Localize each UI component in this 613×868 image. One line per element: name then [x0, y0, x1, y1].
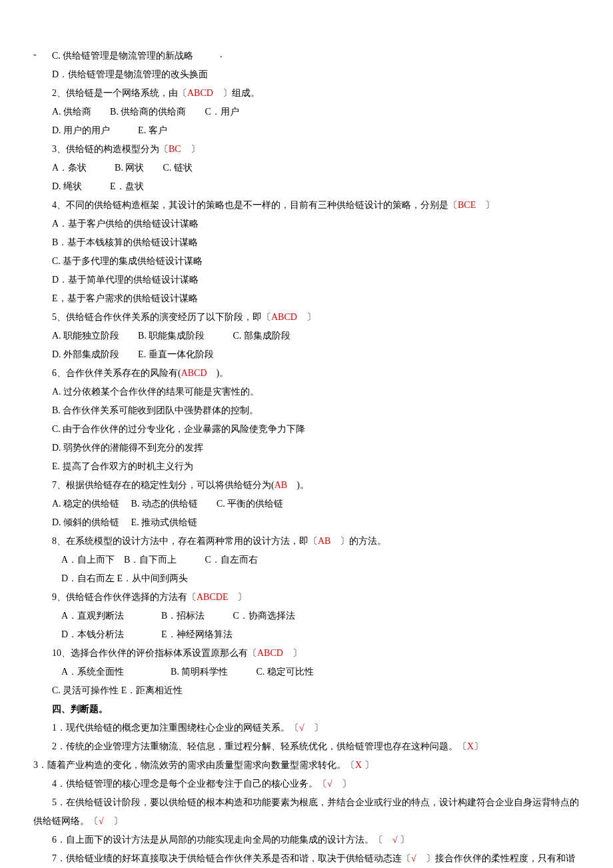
- line-13: E，基于客户需求的供给链设计谋略: [33, 289, 580, 308]
- body-text: )。: [287, 480, 309, 490]
- line-30: A．直观判断法 B．招标法 C．协商选择法: [33, 607, 580, 625]
- body-text: 2．传统的企业管理方法重物流、轻信息，重过程分解、轻系统优化，供给链管理也存在这…: [52, 741, 467, 751]
- answer-text: ABCD: [187, 88, 213, 98]
- body-text: 〕: [398, 835, 410, 845]
- line-3: A. 供给商 B. 供给商的供给商 C．用户: [33, 103, 580, 121]
- answer-text: BCE: [458, 200, 476, 210]
- body-text: A. 职能独立阶段 B. 职能集成阶段 C. 部集成阶段: [52, 331, 291, 341]
- line-23: 7、根据供给链存在的稳定性划分，可以将供给链分为(AB )。: [33, 476, 580, 495]
- body-text: 7、根据供给链存在的稳定性划分，可以将供给链分为(: [52, 480, 275, 490]
- body-text: 5、供给链合作伙伴关系的演变经历了以下阶段，即〔: [52, 312, 271, 322]
- line-15: A. 职能独立阶段 B. 职能集成阶段 C. 部集成阶段: [33, 327, 580, 345]
- body-text: 〕: [474, 741, 483, 751]
- line-26: 8、在系统模型的设计方法中，存在着两种常用的设计方法，即〔AB 〕的方法。: [33, 532, 580, 551]
- line-24: A. 稳定的供给链 B. 动态的供给链 C. 平衡的供给链: [33, 495, 580, 513]
- body-text: D．基于简单代理的供给链设计谋略: [52, 275, 199, 285]
- line-2: 2、供给链是一个网络系统，由〔ABCD 〕组成。: [33, 84, 580, 103]
- body-text: A．自上而下 B．自下而上 C．自左而右: [61, 555, 258, 565]
- line-18: A. 过分依赖某个合作伙伴的结果可能是灾害性的。: [33, 383, 580, 401]
- body-text: 6、合作伙伴关系存在的风险有(: [52, 368, 181, 378]
- body-text: 〕: [104, 816, 123, 826]
- body-text: D. 用户的用户 E. 客户: [52, 125, 167, 135]
- answer-text: ABCD: [257, 648, 283, 658]
- body-text: 〕: [332, 779, 351, 789]
- body-text: 〕组成。: [213, 88, 260, 98]
- body-text: A．基于客户供给的供给链设计谋略: [52, 219, 199, 229]
- body-text: 〕的方法。: [330, 536, 386, 546]
- body-text: 7．供给链业绩的好坏直接取决于供给链合作伙伴关系是否和谐，取决于供给链动态连〔: [52, 853, 411, 863]
- body-text: D．自右而左 E．从中间到两头: [61, 573, 188, 583]
- line-1: D．供给链管理是物流管理的改头换面: [33, 65, 580, 84]
- body-text: 4．供给链管理的核心理念是每个企业都专注于自己的核心业务。〔: [52, 779, 327, 789]
- answer-text: √: [327, 779, 332, 789]
- line-42: 7．供给链业绩的好坏直接取决于供给链合作伙伴关系是否和谐，取决于供给链动态连〔√…: [33, 849, 580, 868]
- body-text: 4、不同的供给链构造框架，其设计的策略也是不一样的，目前有三种供给链设计的策略，…: [52, 200, 458, 210]
- line-29: 9、供给链合作伙伴选择的方法有〔ABCDE 〕: [33, 588, 580, 607]
- line-14: 5、供给链合作伙伴关系的演变经历了以下阶段，即〔ABCD 〕: [33, 308, 580, 327]
- body-text: 10、选择合作伙伴的评价指标体系设置原那么有〔: [52, 648, 257, 658]
- answer-text: X: [467, 741, 474, 751]
- body-text: D. 绳状 E．盘状: [52, 181, 144, 191]
- body-text: C. 灵活可操作性 E．距离相近性: [52, 685, 183, 695]
- body-text: C. 基于多代理的集成供给链设计谋略: [52, 256, 203, 266]
- body-text: B. 合作伙伴关系可能收到团队中强势群体的控制。: [52, 405, 259, 415]
- answer-text: BC: [169, 144, 181, 154]
- line-25: D. 倾斜的供给链 E. 推动式供给链: [33, 513, 580, 532]
- line-21: D. 弱势伙伴的潜能得不到充分的发挥: [33, 439, 580, 457]
- body-text: 〕: [476, 200, 494, 210]
- line-32: 10、选择合作伙伴的评价指标体系设置原那么有〔ABCD 〕: [33, 644, 580, 663]
- answer-text: √: [99, 816, 104, 826]
- answer-text: ABCD: [181, 368, 207, 378]
- body-text: 9、供给链合作伙伴选择的方法有〔: [52, 592, 197, 602]
- line-9: A．基于客户供给的供给链设计谋略: [33, 215, 580, 233]
- body-text: 1．现代供给链的概念更加注重围绕柱心企业的网链关系。〔: [52, 723, 299, 733]
- line-33: A．系统全面性 B. 简明科学性 C. 稳定可比性: [33, 663, 580, 681]
- line-39: 4．供给链管理的核心理念是每个企业都专注于自己的核心业务。〔√ 〕: [33, 775, 580, 793]
- body-text: C. 供给链管理是物流管理的新战略: [52, 51, 193, 61]
- body-text: 6．自上面下的设计方法是从局部的功能实现走向全局的功能集成的设计方法。〔: [52, 835, 392, 845]
- body-text: B．基于本钱核算的供给链设计谋略: [52, 237, 198, 247]
- line-41: 6．自上面下的设计方法是从局部的功能实现走向全局的功能集成的设计方法。〔 √ 〕: [33, 831, 580, 849]
- body-text: E，基于客户需求的供给链设计谋略: [52, 293, 198, 303]
- body-text: 〕: [228, 592, 247, 602]
- line-38: 3．随着产业构造的变化，物流效劳的需求由质量型需求向数量型需求转化。〔X 〕: [33, 756, 580, 775]
- line-7: D. 绳状 E．盘状: [33, 177, 580, 196]
- body-text: 四、判断题。: [52, 704, 108, 714]
- answer-text: AB: [318, 536, 330, 546]
- answer-text: X: [355, 760, 362, 770]
- body-text: 〕: [297, 312, 316, 322]
- body-text: D．本钱分析法 E．神经网络算法: [61, 629, 233, 639]
- body-text: 〕: [305, 723, 323, 733]
- body-text: 〕: [283, 648, 302, 658]
- line-34: C. 灵活可操作性 E．距离相近性: [33, 681, 580, 700]
- line-28: D．自右而左 E．从中间到两头: [33, 569, 580, 588]
- body-text: 〕: [362, 760, 374, 770]
- line-19: B. 合作伙伴关系可能收到团队中强势群体的控制。: [33, 401, 580, 420]
- line-40: 5．在供给链设计阶段，要以供给链的根本构造和功能要素为根底，并结合企业或行业的特…: [33, 793, 580, 831]
- body-text: )。: [207, 368, 229, 378]
- body-text: A．条状 B. 网状 C. 链状: [52, 163, 193, 173]
- line-8: 4、不同的供给链构造框架，其设计的策略也是不一样的，目前有三种供给链设计的策略，…: [33, 196, 580, 215]
- line-0: C. 供给链管理是物流管理的新战略: [33, 47, 580, 65]
- body-text: D．供给链管理是物流管理的改头换面: [52, 69, 208, 79]
- header-dash: -: [33, 45, 37, 64]
- body-text: E. 提高了合作双方的时机主义行为: [52, 461, 193, 471]
- line-10: B．基于本钱核算的供给链设计谋略: [33, 233, 580, 252]
- answer-text: √: [299, 723, 305, 733]
- line-12: D．基于简单代理的供给链设计谋略: [33, 271, 580, 289]
- body-text: 3、供给链的构造模型分为〔: [52, 144, 169, 154]
- line-5: 3、供给链的构造模型分为〔BC 〕: [33, 140, 580, 159]
- body-text: D. 倾斜的供给链 E. 推动式供给链: [52, 517, 197, 527]
- body-text: A．系统全面性 B. 简明科学性 C. 稳定可比性: [61, 667, 314, 677]
- document-body: C. 供给链管理是物流管理的新战略D．供给链管理是物流管理的改头换面2、供给链是…: [33, 47, 580, 868]
- body-text: 2、供给链是一个网络系统，由〔: [52, 88, 187, 98]
- body-text: A. 供给商 B. 供给商的供给商 C．用户: [52, 107, 239, 117]
- answer-text: AB: [275, 480, 287, 490]
- line-16: D. 外部集成阶段 E. 垂直一体化阶段: [33, 345, 580, 364]
- line-27: A．自上而下 B．自下而上 C．自左而右: [33, 551, 580, 569]
- header-dot: .: [220, 45, 223, 64]
- line-6: A．条状 B. 网状 C. 链状: [33, 159, 580, 177]
- line-22: E. 提高了合作双方的时机主义行为: [33, 457, 580, 476]
- body-text: C. 由于合作伙伴的过分专业化，企业暴露的风险使竞争力下降: [52, 424, 305, 434]
- body-text: D. 弱势伙伴的潜能得不到充分的发挥: [52, 443, 203, 453]
